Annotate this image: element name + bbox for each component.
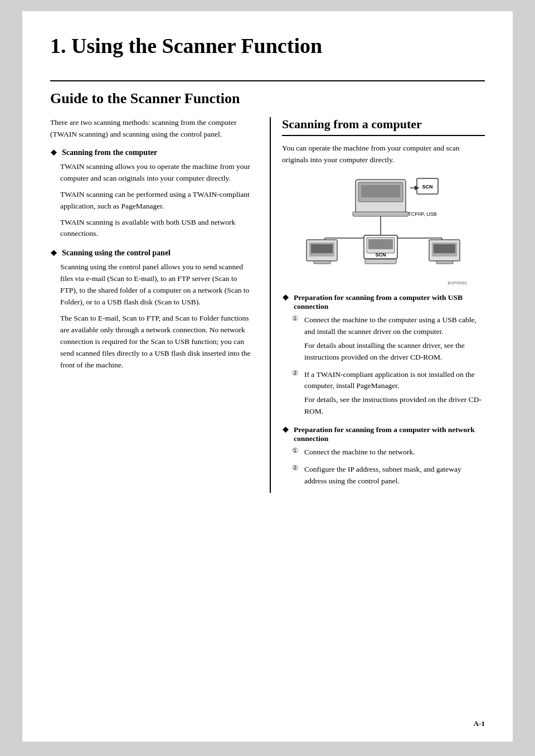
- num3: ①: [292, 447, 301, 458]
- prep2-item1: ① Connect the machine to the network.: [292, 447, 485, 458]
- bullet-section-2: ❖ Scanning using the control panel Scann…: [50, 249, 253, 371]
- bullet1-body1: TWAIN scanning allows you to operate the…: [60, 161, 253, 185]
- svg-rect-22: [434, 244, 455, 253]
- prep1-item2: ② If a TWAIN-compliant application is no…: [292, 369, 485, 418]
- svg-rect-14: [314, 261, 330, 264]
- scanner-diagram: SCN TCP/IP, USB: [282, 174, 485, 285]
- page: 1. Using the Scanner Function Guide to t…: [22, 11, 513, 742]
- prep1-item2b-text: For details, see the instructions provid…: [304, 394, 485, 418]
- page-number: A-1: [474, 719, 485, 728]
- svg-rect-2: [361, 185, 400, 197]
- prep2-item2: ② Configure the IP address, subnet mask,…: [292, 464, 485, 487]
- prep2-item2-text: Configure the IP address, subnet mask, a…: [304, 464, 485, 487]
- num4: ②: [292, 464, 301, 487]
- prep2-title: ❖ Preparation for scanning from a comput…: [282, 425, 485, 443]
- diamond-icon-3: ❖: [282, 293, 289, 303]
- prep-network-section: ❖ Preparation for scanning from a comput…: [282, 425, 485, 487]
- prep1-title: ❖ Preparation for scanning from a comput…: [282, 293, 485, 311]
- bullet2-body1: Scanning using the control panel allows …: [60, 261, 253, 308]
- bullet1-body2: TWAIN scanning can be performed using a …: [60, 189, 253, 212]
- diamond-icon-4: ❖: [282, 425, 289, 435]
- bullet2-body2: The Scan to E-mail, Scan to FTP, and Sca…: [60, 313, 253, 371]
- right-col-title: Scanning from a computer: [282, 117, 485, 136]
- svg-rect-3: [353, 212, 408, 216]
- num2: ②: [292, 369, 301, 418]
- guide-title: Guide to the Scanner Function: [50, 90, 485, 107]
- svg-rect-13: [311, 244, 333, 253]
- svg-rect-17: [368, 239, 393, 249]
- svg-rect-19: [365, 259, 396, 264]
- prep1-item1: ① Connect the machine to the computer us…: [292, 314, 485, 364]
- bullet2-title: ❖ Scanning using the control panel: [50, 249, 253, 258]
- diamond-icon-2: ❖: [50, 249, 57, 258]
- bullet-section-1: ❖ Scanning from the computer TWAIN scann…: [50, 148, 253, 240]
- diamond-icon-1: ❖: [50, 148, 57, 158]
- bullet1-title: ❖ Scanning from the computer: [50, 148, 253, 158]
- prep1-item1b-text: For details about installing the scanner…: [304, 340, 485, 364]
- diagram-svg: SCN TCP/IP, USB: [294, 174, 473, 285]
- prep1-item2-text: If a TWAIN-compliant application is not …: [304, 369, 485, 392]
- prep1-item1-text: Connect the machine to the computer usin…: [304, 314, 485, 338]
- bullet1-body3: TWAIN scanning is available with both US…: [60, 217, 253, 240]
- right-column: Scanning from a computer You can operate…: [270, 117, 485, 493]
- page-title: 1. Using the Scanner Function: [50, 33, 485, 64]
- svg-text:TCP/IP, USB: TCP/IP, USB: [408, 211, 436, 217]
- left-column: There are two scanning methods: scanning…: [50, 117, 253, 493]
- right-intro: You can operate the machine from your co…: [282, 143, 485, 166]
- num1: ①: [292, 314, 301, 364]
- svg-rect-23: [436, 261, 453, 264]
- prep2-item1-text: Connect the machine to the network.: [304, 447, 415, 458]
- prep-usb-section: ❖ Preparation for scanning from a comput…: [282, 293, 485, 418]
- two-column-layout: There are two scanning methods: scanning…: [50, 117, 485, 493]
- svg-text:BSP009S: BSP009S: [448, 280, 467, 285]
- svg-text:SCN: SCN: [375, 252, 386, 258]
- intro-text: There are two scanning methods: scanning…: [50, 117, 253, 140]
- svg-text:SCN: SCN: [422, 184, 432, 190]
